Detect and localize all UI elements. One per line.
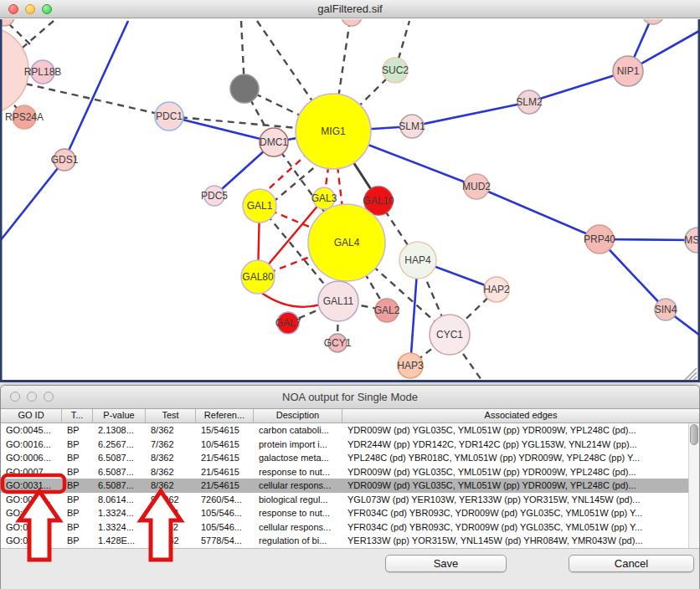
button-bar: Save Cancel: [1, 548, 699, 589]
table-scrollbar[interactable]: [688, 423, 699, 548]
resize-grip[interactable]: [693, 376, 697, 380]
table-cell: biological regul...: [254, 493, 342, 507]
table-cell: GO:0016...: [1, 438, 62, 452]
column-header-type[interactable]: T...: [62, 409, 93, 423]
node-label: GAL1: [247, 200, 273, 212]
network-edge[interactable]: [64, 21, 128, 160]
table-cell: BP: [62, 506, 93, 520]
cancel-button[interactable]: Cancel: [569, 555, 694, 572]
table-cell: cellular respons...: [254, 479, 342, 493]
table-cell: YDR009W (pd) YGL035C, YML051W (pp) YDR00…: [342, 479, 699, 493]
table-row[interactable]: GO:0016...BP6.2567...7/36210/54615protei…: [1, 438, 699, 452]
network-edge[interactable]: [412, 102, 529, 126]
node-label: HAP3: [397, 360, 424, 371]
window-title: galFiltered.sif: [0, 0, 700, 18]
table-cell: 11/362: [146, 520, 196, 535]
node-label: GAL4: [334, 237, 360, 248]
table-row[interactable]: GO:0031...BP1.3324...11/362105/546...cel…: [1, 520, 699, 535]
minimize-button[interactable]: [27, 392, 37, 402]
save-button[interactable]: Save: [385, 555, 507, 572]
node-label: MUD2: [462, 181, 491, 192]
table-cell: YDR009W (pd) YGL035C, YML051W (pp) YDR00…: [342, 465, 699, 479]
node-label: PDC5: [201, 190, 228, 202]
noa-window-title: NOA output for Single Mode: [1, 386, 699, 408]
node-label: GDS1: [51, 154, 79, 166]
table-cell: regulation of bi...: [254, 534, 342, 548]
table-cell: BP: [62, 451, 93, 465]
table-cell: GO:0045...: [1, 423, 62, 438]
table-cell: 8/362: [146, 465, 196, 479]
minimize-button[interactable]: [25, 4, 35, 14]
table-cell: BP: [62, 520, 93, 535]
table-cell: YFR034C (pd) YBR093C, YDR009W (pd) YGL03…: [342, 506, 699, 520]
table-cell: GO:0031...: [1, 479, 62, 493]
table-cell: 80/362: [146, 534, 196, 548]
table-cell: BP: [62, 423, 93, 438]
node-label: CYC1: [436, 329, 463, 341]
table-cell: 94/362: [146, 493, 196, 507]
table-row[interactable]: GO:0031...BP1.3324...11/362105/546...res…: [1, 506, 699, 520]
network-edge[interactable]: [0, 160, 64, 241]
table-cell: BP: [62, 438, 93, 452]
table-cell: 11/362: [146, 506, 196, 520]
table-cell: BP: [62, 465, 93, 479]
node-cut-topleft[interactable]: [0, 19, 14, 26]
network-canvas[interactable]: RPL18BRPS24AGDS1PDC1DMC1MIG1SUC2SLM1SLM2…: [0, 19, 700, 382]
table-cell: 1.3324...: [93, 520, 146, 535]
table-row[interactable]: GO:0031...BP6.5087...8/36221/54615cellul…: [1, 479, 699, 493]
table-cell: YFR034C (pd) YBR093C, YDR009W (pd) YGL03…: [342, 520, 699, 535]
canvas-border: [0, 19, 3, 382]
node-label: GAL7: [275, 317, 301, 329]
column-header-p-value[interactable]: P-value: [93, 409, 146, 423]
table-cell: cellular respons...: [254, 520, 342, 535]
resize-grip[interactable]: [689, 372, 697, 380]
table-row[interactable]: GO:0065...BP8.0614...94/3627260/54...bio…: [1, 493, 699, 507]
table-body: GO:0045...BP2.1308...8/36215/54615carbon…: [1, 423, 699, 548]
table-cell: 21/54615: [196, 451, 254, 465]
table-rows: GO:0045...BP2.1308...8/36215/54615carbon…: [1, 423, 699, 548]
network-svg[interactable]: RPL18BRPS24AGDS1PDC1DMC1MIG1SUC2SLM1SLM2…: [0, 19, 700, 382]
table-cell: 6.5087...: [93, 479, 146, 493]
node-label: GAL80: [242, 271, 274, 283]
table-cell: 21/54615: [196, 479, 254, 493]
table-cell: YGL073W (pd) YER103W, YER133W (pp) YOR31…: [342, 493, 699, 507]
column-header-test[interactable]: Test: [146, 409, 196, 423]
node-cut-topright[interactable]: [642, 19, 664, 24]
column-header-go-id[interactable]: GO ID: [1, 409, 62, 423]
table-cell: response to nut...: [254, 506, 342, 520]
table-cell: 6.5087...: [93, 451, 146, 465]
column-header-associated-edges[interactable]: Associated edges: [342, 409, 699, 423]
table-cell: YER133W (pp) YOR315W, YNL145W (pd) YHR08…: [342, 534, 699, 548]
table-cell: 1.3324...: [93, 506, 146, 520]
close-button[interactable]: [8, 4, 18, 14]
table-cell: 8/362: [146, 423, 196, 438]
table-cell: 105/546...: [196, 520, 254, 535]
node-label: PRP40: [584, 233, 615, 245]
network-edge[interactable]: [476, 187, 600, 239]
table-row[interactable]: GO:0007...BP6.5087...8/36221/54615respon…: [1, 465, 699, 479]
node-label: SLM1: [399, 120, 425, 132]
zoom-button[interactable]: [42, 4, 52, 14]
column-header-description[interactable]: Desciption: [254, 409, 342, 423]
table-row[interactable]: GO:0050...BP1.428E...80/3625778/54...reg…: [1, 534, 699, 548]
node-gray-node[interactable]: [230, 74, 259, 103]
table-cell: BP: [62, 479, 93, 493]
node-label: MIG1: [321, 125, 346, 137]
scrollbar-thumb[interactable]: [690, 424, 698, 445]
network-edge[interactable]: [260, 292, 321, 307]
table-row[interactable]: GO:0006...BP6.5087...8/36221/54615galact…: [1, 451, 699, 465]
node-cut-topmid[interactable]: [342, 19, 362, 26]
table-cell: 6.2567...: [93, 438, 146, 452]
node-label: GAL2: [374, 305, 400, 316]
table-cell: protein import i...: [254, 438, 342, 452]
table-cell: 5778/54...: [196, 534, 254, 548]
node-label: GAL11: [323, 295, 354, 307]
column-header-reference[interactable]: Referen...: [196, 409, 254, 423]
zoom-button[interactable]: [44, 392, 54, 402]
table-cell: 105/546...: [196, 506, 254, 520]
close-button[interactable]: [10, 392, 20, 402]
table-cell: carbon cataboli...: [254, 423, 342, 438]
table-cell: GO:0065...: [1, 493, 62, 507]
table-row[interactable]: GO:0045...BP2.1308...8/36215/54615carbon…: [1, 423, 699, 438]
table-cell: response to nut...: [254, 465, 342, 479]
